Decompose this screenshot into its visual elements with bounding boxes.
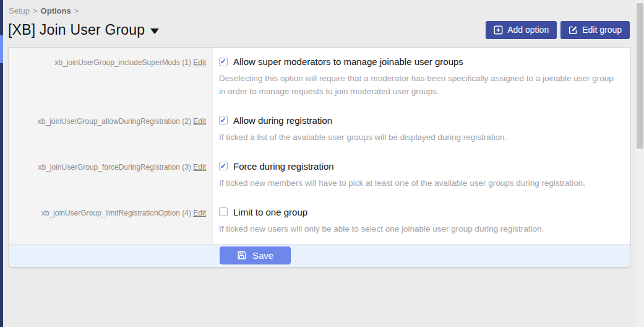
- option-name-cell: xb_joinUserGroup_allowDuringRegistration…: [9, 107, 213, 152]
- title-row: [XB] Join User Group Add option Edit gro…: [8, 20, 630, 40]
- option-value-cell: Limit to one group If ticked new users w…: [213, 198, 630, 244]
- option-checkbox[interactable]: [219, 162, 228, 170]
- option-checkbox-row[interactable]: Allow super moderators to manage joinabl…: [219, 56, 619, 67]
- option-checkbox-row[interactable]: Limit to one group: [219, 207, 619, 217]
- option-row: xb_joinUserGroup_limitRegistrationOption…: [9, 198, 630, 244]
- edit-group-label: Edit group: [582, 25, 622, 35]
- edit-group-button[interactable]: Edit group: [560, 21, 630, 39]
- option-edit-link[interactable]: Edit: [193, 117, 206, 126]
- option-name-cell: xb_joinUserGroup_forceDuringRegistration…: [9, 152, 213, 198]
- admin-options-page: Setup>Options> [XB] Join User Group Add …: [0, 0, 644, 327]
- scrollbar-thumb[interactable]: [637, 3, 643, 149]
- plus-square-icon: [494, 25, 503, 35]
- form-footer: Save: [9, 244, 630, 267]
- option-value-cell: Force during registration If ticked new …: [213, 152, 630, 198]
- option-label: Allow during registration: [233, 115, 332, 126]
- option-value-cell: Allow during registration If ticked a li…: [213, 107, 630, 152]
- save-button[interactable]: Save: [220, 246, 291, 264]
- option-checkbox[interactable]: [219, 207, 228, 216]
- option-name: xb_joinUserGroup_includeSuperMods (1): [54, 58, 191, 67]
- breadcrumb-separator: >: [74, 6, 79, 15]
- breadcrumb-setup[interactable]: Setup: [9, 6, 30, 15]
- header-actions: Add option Edit group: [486, 21, 630, 39]
- option-name: xb_joinUserGroup_allowDuringRegistration…: [38, 117, 191, 126]
- option-row: xb_joinUserGroup_forceDuringRegistration…: [9, 152, 630, 198]
- option-checkbox[interactable]: [219, 116, 228, 124]
- option-label: Limit to one group: [233, 207, 307, 217]
- page-title: [XB] Join User Group: [8, 22, 145, 38]
- floppy-disk-icon: [237, 250, 247, 260]
- save-label: Save: [252, 250, 273, 261]
- option-edit-link[interactable]: Edit: [193, 58, 206, 67]
- option-edit-link[interactable]: Edit: [193, 163, 206, 172]
- option-label: Force during registration: [233, 161, 334, 172]
- option-name-cell: xb_joinUserGroup_limitRegistrationOption…: [9, 198, 213, 244]
- add-option-label: Add option: [507, 25, 549, 35]
- option-description: If ticked new members will have to pick …: [219, 177, 619, 190]
- option-name: xb_joinUserGroup_forceDuringRegistration…: [38, 163, 191, 172]
- scrollbar-track[interactable]: [635, 0, 644, 327]
- breadcrumb-separator: >: [33, 6, 38, 15]
- option-row: xb_joinUserGroup_includeSuperMods (1) Ed…: [9, 48, 630, 107]
- breadcrumb: Setup>Options>: [3, 0, 635, 15]
- breadcrumb-options[interactable]: Options: [41, 6, 71, 15]
- main-content: Setup>Options> [XB] Join User Group Add …: [3, 0, 635, 268]
- option-row: xb_joinUserGroup_allowDuringRegistration…: [9, 107, 630, 152]
- caret-down-icon[interactable]: [150, 28, 159, 34]
- edit-pencil-icon: [569, 25, 578, 35]
- option-name: xb_joinUserGroup_limitRegistrationOption…: [41, 209, 191, 217]
- option-description: Deselecting this option will require tha…: [219, 72, 619, 98]
- option-checkbox-row[interactable]: Allow during registration: [219, 115, 619, 126]
- option-value-cell: Allow super moderators to manage joinabl…: [213, 48, 630, 107]
- option-checkbox[interactable]: [219, 58, 228, 66]
- options-form: xb_joinUserGroup_includeSuperMods (1) Ed…: [8, 47, 630, 268]
- option-edit-link[interactable]: Edit: [193, 209, 206, 217]
- option-checkbox-row[interactable]: Force during registration: [219, 161, 619, 172]
- option-label: Allow super moderators to manage joinabl…: [233, 56, 463, 67]
- option-name-cell: xb_joinUserGroup_includeSuperMods (1) Ed…: [9, 48, 213, 107]
- option-description: If ticked new users will only be able to…: [219, 223, 619, 236]
- option-description: If ticked a list of the available user g…: [219, 131, 619, 144]
- add-option-button[interactable]: Add option: [486, 21, 557, 39]
